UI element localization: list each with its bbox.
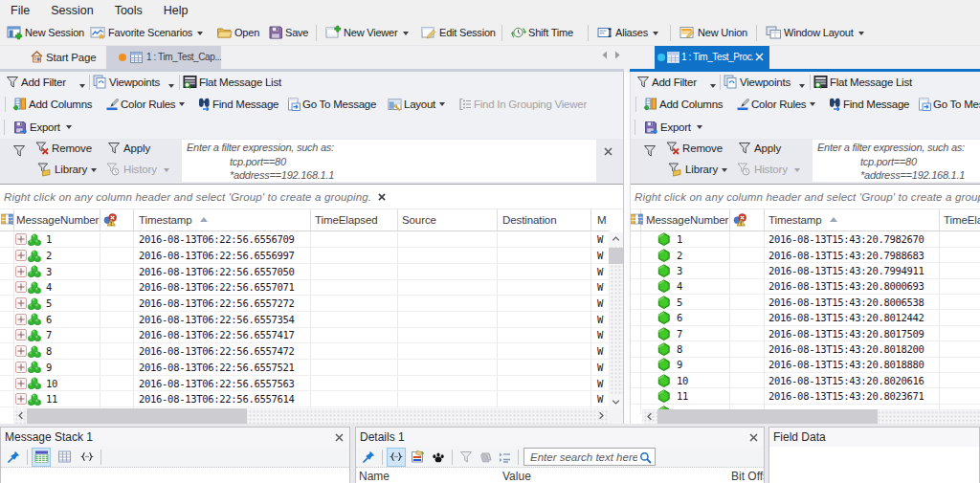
vertical-scroll-thumb[interactable] bbox=[609, 248, 623, 264]
message-row[interactable]: 3 2016-08-13T06:22:56.6557050 W bbox=[0, 264, 610, 280]
filter-expression-input[interactable]: Enter a filter expression, such as: tcp.… bbox=[813, 140, 980, 182]
expand-row-icon[interactable] bbox=[15, 281, 27, 293]
message-row[interactable]: 11 2016-08-13T06:22:56.6557614 W bbox=[0, 391, 610, 407]
scroll-up-icon[interactable] bbox=[612, 235, 620, 243]
layout-button[interactable]: Layout bbox=[388, 93, 445, 116]
values-view-button[interactable] bbox=[387, 448, 406, 467]
viewpoints-button[interactable]: Viewpoints bbox=[93, 72, 160, 93]
grouping-hint-close-icon[interactable] bbox=[378, 193, 386, 201]
tab-start-page[interactable]: Start Page bbox=[23, 46, 103, 69]
horizontal-scrollbar-right[interactable] bbox=[642, 409, 980, 424]
expand-row-icon[interactable] bbox=[15, 378, 27, 389]
column-header-timestamp[interactable]: Timestamp bbox=[134, 209, 311, 231]
expand-row-icon[interactable] bbox=[15, 329, 27, 340]
add-filter-dropdown-icon[interactable] bbox=[79, 84, 85, 91]
go-to-message-button[interactable]: Go To Message bbox=[918, 93, 980, 116]
add-columns-button[interactable]: Add Columns bbox=[12, 93, 92, 116]
go-to-message-button[interactable]: Go To Message bbox=[287, 93, 376, 116]
column-chooser-header[interactable] bbox=[0, 209, 14, 231]
shift-time-button[interactable]: Shift Time bbox=[505, 21, 579, 44]
expand-row-icon[interactable] bbox=[15, 314, 27, 325]
expand-row-icon[interactable] bbox=[15, 297, 27, 309]
column-header-module[interactable]: M bbox=[591, 209, 610, 231]
pin-icon[interactable] bbox=[362, 450, 375, 464]
message-row[interactable]: 9 2016-08-13T15:43:20.8018880 bbox=[631, 358, 980, 373]
message-row[interactable]: 10 2016-08-13T06:22:56.6557563 W bbox=[0, 376, 610, 392]
save-button[interactable]: Save bbox=[262, 21, 314, 44]
message-row[interactable]: 5 2016-08-13T06:22:56.6557272 W bbox=[0, 296, 610, 312]
message-row[interactable]: 11 2016-08-13T15:43:20.8023671 bbox=[631, 388, 980, 404]
apply-filter-button[interactable]: Apply bbox=[107, 142, 150, 155]
open-button[interactable]: Open bbox=[211, 21, 265, 44]
viewpoints-button[interactable]: Viewpoints bbox=[724, 72, 791, 93]
details-column-bit-offset[interactable]: Bit Offset bbox=[731, 470, 765, 483]
color-rules-button[interactable]: Color Rules bbox=[736, 93, 815, 116]
message-row[interactable]: 2 2016-08-13T15:43:20.7988683 bbox=[631, 248, 980, 263]
column-header-destination[interactable]: Destination bbox=[498, 209, 591, 231]
scroll-left-icon[interactable] bbox=[17, 411, 25, 420]
message-row[interactable]: 4 2016-08-13T06:22:56.6557071 W bbox=[0, 280, 610, 296]
scroll-down-icon[interactable] bbox=[612, 398, 620, 406]
viewpoints-dropdown-icon[interactable] bbox=[168, 84, 174, 91]
message-row[interactable]: 1 2016-08-13T15:43:20.7982670 bbox=[631, 232, 980, 248]
message-row[interactable]: 7 2016-08-13T06:22:56.6557417 W bbox=[0, 328, 610, 344]
filter-library-button[interactable]: Library bbox=[668, 163, 727, 177]
vertical-scrollbar-left[interactable] bbox=[609, 232, 623, 409]
flat-message-list-button[interactable]: Flat Message List bbox=[183, 72, 281, 93]
color-rules-button[interactable]: Color Rules bbox=[105, 93, 185, 116]
details-column-value[interactable]: Value bbox=[502, 470, 731, 483]
message-row[interactable]: 4 2016-08-13T15:43:20.8000693 bbox=[631, 279, 980, 295]
message-row[interactable]: 5 2016-08-13T15:43:20.8006538 bbox=[631, 295, 980, 310]
tab-close-icon[interactable] bbox=[755, 53, 764, 61]
message-row[interactable]: 9 2016-08-13T06:22:56.6557521 W bbox=[0, 360, 610, 376]
remove-filter-button[interactable]: Remove bbox=[666, 142, 723, 155]
new-viewer-button[interactable]: New Viewer bbox=[320, 21, 414, 44]
message-row[interactable]: 8 2016-08-13T15:43:20.8018200 bbox=[631, 341, 980, 357]
menu-tools[interactable]: Tools bbox=[104, 4, 153, 17]
scroll-left-icon[interactable] bbox=[646, 412, 654, 421]
expand-tree-button[interactable] bbox=[495, 448, 514, 467]
menu-file[interactable]: File bbox=[0, 4, 40, 17]
column-header-diagnosis[interactable] bbox=[730, 209, 765, 231]
find-message-button[interactable]: Find Message bbox=[197, 93, 278, 116]
flat-message-list-button[interactable]: Flat Message List bbox=[813, 72, 912, 93]
add-filter-dropdown-icon[interactable] bbox=[710, 84, 716, 91]
expand-row-icon[interactable] bbox=[15, 250, 27, 261]
panel-close-icon[interactable] bbox=[749, 433, 758, 442]
add-filter-button[interactable]: Add Filter bbox=[6, 72, 66, 93]
message-row[interactable]: 1 2016-08-13T06:22:56.6556709 W bbox=[0, 232, 610, 249]
raw-view-button[interactable] bbox=[78, 448, 97, 467]
column-header-time-elapsed[interactable]: TimeElapsed bbox=[940, 209, 980, 231]
message-row[interactable]: 8 2016-08-13T06:22:56.6557472 W bbox=[0, 343, 610, 360]
tracking-view-button[interactable] bbox=[429, 448, 448, 467]
export-dropdown-icon[interactable] bbox=[697, 125, 702, 132]
horizontal-scroll-thumb[interactable] bbox=[27, 408, 247, 424]
add-filter-button[interactable]: Add Filter bbox=[636, 72, 697, 93]
column-header-message-number[interactable]: MessageNumber bbox=[14, 209, 100, 231]
expand-row-icon[interactable] bbox=[15, 362, 27, 373]
aliases-button[interactable]: Aliases bbox=[591, 21, 664, 44]
tab-capture[interactable]: 1 : Tim_Test_Cap... bbox=[106, 46, 221, 69]
menu-session[interactable]: Session bbox=[40, 4, 103, 17]
message-row[interactable]: 7 2016-08-13T15:43:20.8017509 bbox=[631, 326, 980, 341]
panel-close-icon[interactable] bbox=[335, 433, 344, 442]
new-session-button[interactable]: New Session bbox=[1, 21, 90, 44]
expand-row-icon[interactable] bbox=[15, 266, 27, 277]
new-union-button[interactable]: New Union bbox=[674, 21, 753, 44]
tab-process[interactable]: 1 : Tim_Test_Proc... bbox=[655, 46, 769, 69]
stack-table-view-button[interactable] bbox=[32, 448, 51, 467]
edit-session-button[interactable]: Edit Session bbox=[415, 21, 501, 44]
remove-filter-button[interactable]: Remove bbox=[35, 142, 92, 155]
color-rules-dropdown-icon[interactable] bbox=[810, 102, 815, 109]
add-columns-button[interactable]: Add Columns bbox=[643, 93, 723, 116]
column-header-timestamp[interactable]: Timestamp bbox=[765, 209, 940, 231]
column-header-diagnosis[interactable] bbox=[100, 209, 134, 231]
details-search-input[interactable] bbox=[524, 449, 637, 465]
expand-row-icon[interactable] bbox=[15, 233, 27, 245]
message-row[interactable]: 3 2016-08-13T15:43:20.7994911 bbox=[631, 263, 980, 278]
tab-scroll-left-icon[interactable] bbox=[601, 51, 608, 59]
layout-dropdown-icon[interactable] bbox=[439, 102, 445, 109]
export-button[interactable]: Export bbox=[13, 116, 72, 139]
window-layout-button[interactable]: Window Layout bbox=[760, 21, 870, 44]
viewpoints-dropdown-icon[interactable] bbox=[799, 84, 805, 91]
